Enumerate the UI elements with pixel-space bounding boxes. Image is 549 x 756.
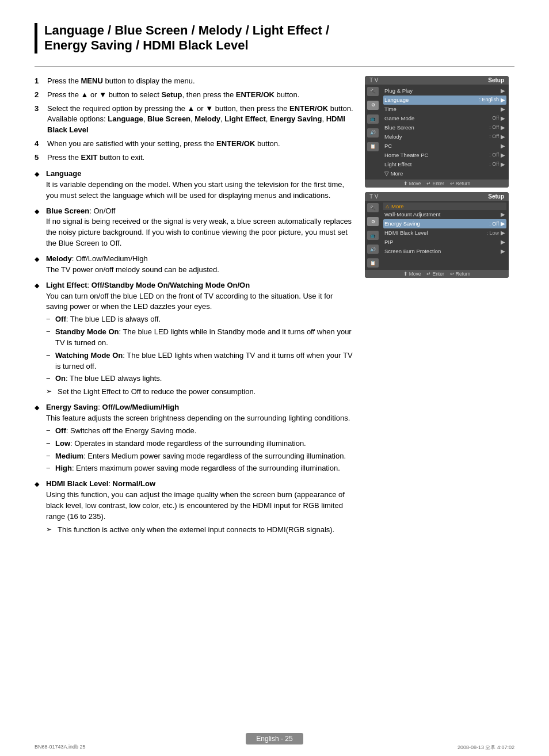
tv-panel-2-body: 🔌 ⚙ 📺 🔊 📋 △ More Wall-Mount Adjustment [365, 201, 509, 270]
footer-move-2: ⬆ Move [403, 271, 421, 277]
menu-item-bluescreen: Blue Screen : Off ▶ [383, 123, 506, 132]
step-2-num: 2 [35, 90, 43, 100]
bullet-energysaving: ◆ Energy Saving: Off/Low/Medium/High Thi… [35, 402, 353, 474]
step-4: 4 When you are satisfied with your setti… [35, 139, 353, 149]
tv-icon-2-5: 📋 [367, 258, 379, 268]
tv-icon-2: ⚙ [367, 101, 379, 110]
return-icon-2: ↩ [450, 271, 455, 277]
tv-label-2: T V [369, 193, 378, 200]
step-3-text: Select the required option by pressing t… [47, 104, 353, 135]
tv-icon-2-3: 📺 [367, 231, 379, 240]
bullet-hdmi: ◆ HDMI Black Level: Normal/Low Using thi… [35, 479, 353, 535]
page-number: English - 25 [246, 733, 303, 744]
step-1-text: Press the MENU button to display the men… [47, 76, 353, 86]
bullet-language-content: Language It is variable depending on the… [46, 169, 353, 201]
bullet-energysaving-title: Energy Saving [46, 403, 98, 411]
menu-item-gamemode: Game Mode Off ▶ [383, 114, 506, 123]
footer-right: 2008-08-13 오후 4:07:02 [458, 744, 514, 751]
enter-icon-2: ↵ [426, 271, 431, 277]
page-container: Language / Blue Screen / Melody / Light … [0, 0, 549, 756]
menu-item-melody: Melody : Off ▶ [383, 132, 506, 142]
tv-label-1: T V [369, 77, 378, 83]
tv-panel-2-footer: ⬆ Move ↵ Enter ↩ Return [365, 270, 509, 278]
diamond-icon: ◆ [35, 403, 41, 474]
tv-icon-3: 📺 [367, 114, 379, 124]
title-divider [35, 66, 514, 67]
menu-item-htheatrepc: Home Theatre PC : Off ▶ [383, 151, 506, 160]
sub-bullet-off: − Off: The blue LED is always off. [46, 314, 353, 325]
tv-icon-4: 🔊 [367, 128, 379, 138]
warning-triangle-icon: △ [386, 204, 389, 209]
bullet-language-title: Language [46, 169, 81, 178]
bullet-language-body: It is variable depending on the model. W… [46, 180, 344, 200]
menu-item-hdmiblacklevel: HDMI Black Level : Low ▶ [383, 228, 506, 238]
steps-list: 1 Press the MENU button to display the m… [35, 76, 353, 163]
menu-item-screenburn: Screen Burn Protection ▶ [383, 247, 506, 256]
tv-panel-1-icons: 🔌 ⚙ 📺 🔊 📋 [365, 85, 381, 180]
menu-item-pc: PC ▶ [383, 142, 506, 151]
note-hdmi: ➢ This function is active only when the … [46, 525, 353, 536]
sub-bullet-es-low: − Low: Operates in standard mode regardl… [46, 438, 353, 449]
footer-left: BN68-01743A.indb 25 [35, 744, 86, 751]
tv-panel-1-body: 🔌 ⚙ 📺 🔊 📋 Plug & Play ▶ Language [365, 85, 509, 180]
bullet-bluescreen-sub: : On/Off [89, 207, 115, 215]
bullet-lighteffect-title: Light Effect [46, 281, 87, 289]
step-5: 5 Press the EXIT button to exit. [35, 152, 353, 163]
bullet-bluescreen-content: Blue Screen: On/Off If no signal is bein… [46, 206, 353, 249]
page-footer: English - 25 [0, 733, 549, 744]
step-1-num: 1 [35, 76, 43, 86]
sub-bullet-standby: − Standby Mode On: The blue LED lights w… [46, 327, 353, 349]
bullet-bluescreen: ◆ Blue Screen: On/Off If no signal is be… [35, 206, 353, 249]
tv-icon-2-1: 🔌 [367, 203, 379, 212]
sub-bullet-es-high: − High: Enters maximum power saving mode… [46, 463, 353, 474]
tv-panel-2-header: T V Setup [365, 192, 509, 201]
content-area: 1 Press the MENU button to display the m… [35, 76, 514, 540]
bullet-bluescreen-title: Blue Screen [46, 207, 89, 215]
footer-meta: BN68-01743A.indb 25 2008-08-13 오후 4:07:0… [35, 744, 514, 751]
sub-bullet-on: − On: The blue LED always lights. [46, 373, 353, 384]
tv-panel-1-menu: Plug & Play ▶ Language : English ▶ Time … [381, 85, 509, 180]
enter-icon: ↵ [426, 181, 431, 186]
step-5-text: Press the EXIT button to exit. [47, 152, 353, 163]
diamond-icon: ◆ [35, 255, 41, 276]
menu-item-pip: PIP ▶ [383, 238, 506, 247]
bullet-lighteffect-content: Light Effect: Off/Standby Mode On/Watchi… [46, 280, 353, 398]
bullet-lighteffect-sub: : Off/Standby Mode On/Watching Mode On/O… [87, 281, 250, 289]
bullet-melody: ◆ Melody: Off/Low/Medium/High The TV pow… [35, 254, 353, 276]
diamond-icon: ◆ [35, 480, 41, 535]
move-icon-2: ⬆ [403, 271, 408, 277]
more-label: More [391, 203, 404, 209]
menu-item-lighteffect: Light Effect : Off ▶ [383, 160, 506, 169]
bullet-melody-sub: : Off/Low/Medium/High [72, 254, 148, 263]
bullet-hdmi-content: HDMI Black Level: Normal/Low Using this … [46, 479, 353, 535]
footer-return-2: ↩ Return [450, 271, 471, 277]
menu-item-energysaving: Energy Saving : Off ▶ [383, 219, 506, 228]
setup-label-2: Setup [488, 193, 504, 200]
step-2: 2 Press the ▲ or ▼ button to select Setu… [35, 90, 353, 100]
bullet-hdmi-sub: : Normal/Low [108, 479, 155, 488]
step-4-text: When you are satisfied with your setting… [47, 139, 353, 149]
move-icon: ⬆ [403, 181, 408, 186]
tv-icon-5: 📋 [367, 142, 379, 151]
page-title: Language / Blue Screen / Melody / Light … [44, 23, 514, 54]
step-1: 1 Press the MENU button to display the m… [35, 76, 353, 86]
diamond-icon: ◆ [35, 281, 41, 398]
bullet-energysaving-body: This feature adjusts the screen brightne… [46, 414, 350, 422]
step-3-num: 3 [35, 104, 43, 135]
bullet-lighteffect: ◆ Light Effect: Off/Standby Mode On/Watc… [35, 280, 353, 398]
tv-icon-1: 🔌 [367, 87, 379, 96]
tv-icon-2-2: ⚙ [367, 217, 379, 226]
tv-icon-2-4: 🔊 [367, 245, 379, 254]
return-icon: ↩ [450, 181, 455, 186]
diamond-icon: ◆ [35, 170, 41, 201]
menu-item-more1: ▽ More [383, 169, 506, 178]
step-5-num: 5 [35, 152, 43, 163]
setup-label-1: Setup [488, 77, 504, 83]
bullet-bluescreen-body: If no signal is being received or the si… [46, 217, 352, 247]
sub-bullet-es-medium: − Medium: Enters Medium power saving mod… [46, 451, 353, 462]
note-lighteffect: ➢ Set the Light Effect to Off to reduce … [46, 387, 353, 398]
tv-panel-1-footer: ⬆ Move ↵ Enter ↩ Return [365, 180, 509, 188]
menu-item-language: Language : English ▶ [383, 96, 506, 105]
title-section: Language / Blue Screen / Melody / Light … [35, 23, 514, 54]
bullet-language: ◆ Language It is variable depending on t… [35, 169, 353, 201]
